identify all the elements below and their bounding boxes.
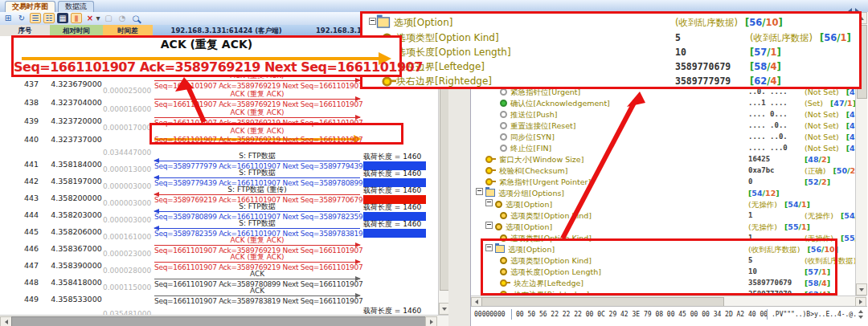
collapse-toggle[interactable] xyxy=(485,199,493,206)
payload: 载荷长度 = 1460 xyxy=(363,169,437,187)
packet-row-448[interactable]: 0.000028000 448 4.358418000 ACK Seq=1661… xyxy=(0,271,438,288)
arrowhead-right-icon xyxy=(355,259,361,264)
message-retransmission: S: FTP数据 (重传) Seq=3589769219 Ack=1661101… xyxy=(154,186,360,204)
message: S: FTP数据 Seq=3589782359 Ack=1661101907 N… xyxy=(154,220,360,238)
packet-time: 4.358203000 xyxy=(50,210,103,219)
packet-no: 449 xyxy=(8,295,55,304)
dropdown-caret-icon[interactable]: ▾ xyxy=(95,13,101,23)
hex-scroll-up-icon[interactable] xyxy=(858,310,863,313)
packet-row-438[interactable]: 0.000025000 438 4.323704000 ACK (重复 ACK)… xyxy=(0,91,438,108)
tab-transaction-sequence[interactable]: 交易时序图 xyxy=(5,1,55,12)
packet-no: 448 xyxy=(8,278,55,287)
packet-row-445[interactable]: 0.000003000 445 4.358206000 S: FTP数据 Seq… xyxy=(0,220,438,238)
magnified-row-option: 选项[Option] (收到乱序数据)[56/10] xyxy=(362,15,858,31)
tree-row-ack-flag[interactable]: 确认位[Acknowledgement] ...1 .... (Set)[47/… xyxy=(471,98,855,109)
packet-time: 4.358206000 xyxy=(50,227,103,236)
collapse-toggle xyxy=(369,18,376,25)
payload: 载荷长度 = 1460 xyxy=(363,186,437,204)
packet-time: 4.358533000 xyxy=(50,295,103,304)
table-horizontal-scrollbar[interactable] xyxy=(0,315,448,326)
delta-time: 0.000017000 xyxy=(103,124,149,132)
tree-row-option-nop2[interactable]: 选项[Option] (无操作)[55/1] xyxy=(471,222,855,233)
hex-scroll-buttons[interactable] xyxy=(858,310,865,319)
refresh-icon[interactable]: ↻ xyxy=(16,13,27,23)
delta-time: 0.000003000 xyxy=(103,182,149,190)
packet-no: 447 xyxy=(8,261,55,270)
delta-time: 0.000025000 xyxy=(103,87,149,95)
arrowhead-left-icon xyxy=(154,192,159,197)
delta-time: 0.000023000 xyxy=(103,250,149,258)
packet-time: 4.323704000 xyxy=(50,98,103,107)
magnified-row-rightedge: 块右边界[Rightedge] 3589777979 [62/4] xyxy=(362,74,858,89)
packet-row-441[interactable]: 0.034447000 441 4.358184000 S: FTP数据 Seq… xyxy=(0,153,438,170)
arrowhead-left-icon xyxy=(154,175,159,180)
packet-time: 4.323679000 xyxy=(50,79,103,88)
hex-view-icon[interactable]: ▦ xyxy=(57,13,68,23)
scroll-thumb[interactable] xyxy=(11,316,426,326)
tree-row-option-kind1[interactable]: 选项类型[Option Kind] 1 (无操作)[54/1] xyxy=(471,210,855,222)
scroll-right-button[interactable] xyxy=(425,316,437,326)
scroll-down-button[interactable] xyxy=(856,283,867,295)
highlight-icon[interactable]: ▮ xyxy=(71,13,82,23)
scroll-left-button[interactable] xyxy=(0,316,12,326)
tree-row-fin[interactable]: 终止位[FIN] .... ...0 (Not Set)[47/1]0x0 xyxy=(471,143,855,154)
select-tool-icon[interactable]: ▢ xyxy=(103,13,114,23)
arrowhead-right-icon xyxy=(355,276,361,281)
message: S: FTP数据 Seq=3589779439 Ack=1661101907 N… xyxy=(154,169,360,187)
column-view-icon[interactable]: ☷ xyxy=(43,13,55,23)
delta-time: 0.000003000 xyxy=(103,216,149,224)
callout-seq-text: Seq=1661101907 Ack=3589769219 Next Seq=1… xyxy=(14,59,399,75)
header-client[interactable]: 192.168.3.131:61424 (客户端) xyxy=(153,25,300,36)
hex-separator xyxy=(767,309,768,320)
delta-time: 0.034447000 xyxy=(103,149,149,157)
packet-row-449[interactable]: 0.000115000 449 4.358533000 ACK Seq=1661… xyxy=(0,287,438,305)
magnified-row-leftedge: 块左边界[Leftedge] 3589770679 [58/4] xyxy=(362,59,858,75)
packet-row-446[interactable]: 0.000161000 446 4.358367000 ACK (重复 ACK)… xyxy=(0,237,438,255)
arrowhead-right-icon xyxy=(355,242,361,247)
packet-row-443[interactable]: 0.000003000 443 4.358200000 S: FTP数据 (重传… xyxy=(0,186,438,204)
tree-row-checksum[interactable]: 校验和[Checksum] 0xa7bc (正确)[50/2] xyxy=(471,165,855,177)
bit-off-icon xyxy=(500,111,507,118)
packet-time: 4.323720000 xyxy=(50,116,103,125)
tree-row-options-group[interactable]: 选项分组[Options] [54/12] xyxy=(471,188,855,199)
packet-no: 437 xyxy=(8,79,55,88)
hex-dump: 00000000 00 50 56 22 22 22 00 0C 29 42 3… xyxy=(471,306,867,326)
packet-row-447[interactable]: 0.000023000 447 4.358390000 ACK (重复 ACK)… xyxy=(0,254,438,271)
timer-icon[interactable]: ◔ xyxy=(117,13,128,23)
packet-row-442[interactable]: 0.000013000 442 4.358197000 S: FTP数据 Seq… xyxy=(0,169,438,187)
collapse-toggle[interactable] xyxy=(485,222,493,229)
tree-row-option-nop1[interactable]: 选项[Option] (无操作)[54/1] xyxy=(471,199,855,210)
packet-no: 442 xyxy=(8,177,55,185)
search-icon[interactable]: ○ xyxy=(130,13,141,23)
tab-data-stream[interactable]: 数据流 xyxy=(58,1,94,12)
collapse-toggle[interactable] xyxy=(476,188,483,195)
message: ACK (重复 ACK) Seq=1661101907 Ack=35897692… xyxy=(154,254,360,271)
header-time[interactable]: 相对时间 xyxy=(50,25,104,36)
tree-row-window-size[interactable]: 窗口大小[Window Size] 16425 [48/2] xyxy=(471,154,855,165)
delta-time: 0.000016000 xyxy=(103,105,149,113)
list-view-icon[interactable]: ☰ xyxy=(30,13,41,23)
header-delta[interactable]: 时间差 xyxy=(103,25,154,36)
tree-row-syn[interactable]: 同步位[SYN] .... ..0. (Not Set)[47/1]0x0 xyxy=(471,132,855,143)
payload: 载荷长度 = 1460 xyxy=(363,220,437,238)
arrowhead-left-icon xyxy=(154,226,159,230)
packet-time: 4.358197000 xyxy=(50,177,103,185)
packet-row-444[interactable]: 0.000003000 444 4.358203000 S: FTP数据 Seq… xyxy=(0,203,438,221)
flow-arrow xyxy=(154,279,360,279)
tree-row-reset[interactable]: 重置连接位[Reset] .... .0.. (Not Set)[47/1]0x… xyxy=(471,120,855,132)
delta-time: 0.000161000 xyxy=(103,233,149,241)
tab-scroll-buttons[interactable] xyxy=(848,2,866,10)
packet-time: 4.358390000 xyxy=(50,261,103,270)
filter-clear-icon[interactable]: × xyxy=(84,13,96,23)
tree-row-push[interactable]: 推送位[Push] .... 0... (Not Set)[47/1]0x0 xyxy=(471,109,855,120)
message: S: FTP数据 Seq=3589777979 Ack=1661101907 N… xyxy=(154,153,360,170)
packet-no: 439 xyxy=(8,116,55,125)
hex-scroll-down-icon[interactable] xyxy=(858,316,863,319)
tree-row-urgent-pointer[interactable]: 紧急指针[Urgent Pointer] 0 [52/2] xyxy=(471,177,855,188)
annotation-dup-ack-callout: ACK (重复 ACK) Seq=1661101907 Ack=35897692… xyxy=(11,35,402,77)
key-icon xyxy=(485,178,493,185)
pane-layout-icon[interactable]: ⊞ xyxy=(2,13,14,23)
tree-horizontal-scrollbar[interactable] xyxy=(471,295,866,307)
header-no[interactable]: 序号 xyxy=(0,25,51,36)
key-icon xyxy=(485,167,493,174)
